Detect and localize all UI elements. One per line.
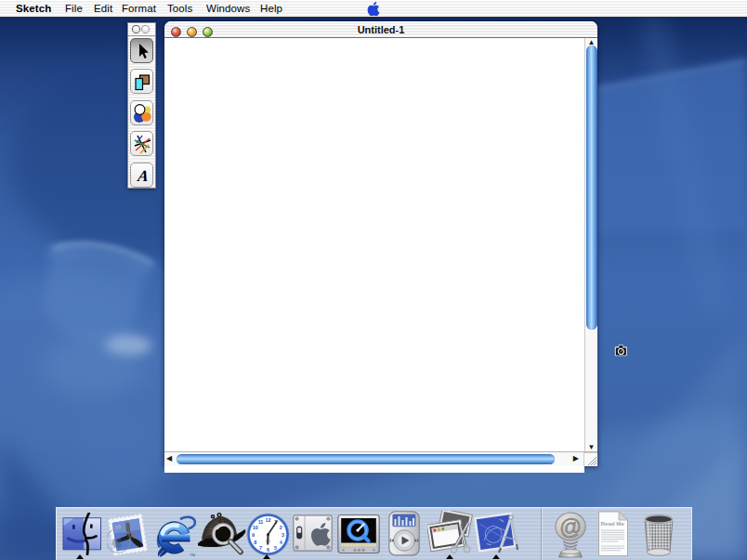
svg-text:12: 12 xyxy=(266,517,271,523)
svg-text:10: 10 xyxy=(253,525,258,530)
svg-text:5: 5 xyxy=(274,545,277,551)
svg-text:4: 4 xyxy=(280,540,282,545)
svg-text:A: A xyxy=(136,167,150,185)
svg-text:11: 11 xyxy=(258,519,264,525)
svg-text:TM: TM xyxy=(190,553,195,557)
svg-text:Read Me: Read Me xyxy=(601,520,625,527)
svg-text:9: 9 xyxy=(252,532,255,538)
svg-text:8: 8 xyxy=(254,540,256,545)
svg-text:6: 6 xyxy=(267,547,269,553)
svg-text:2: 2 xyxy=(280,525,282,530)
svg-text:@: @ xyxy=(557,513,583,540)
svg-text:7: 7 xyxy=(259,545,262,551)
svg-text:3: 3 xyxy=(282,532,284,538)
